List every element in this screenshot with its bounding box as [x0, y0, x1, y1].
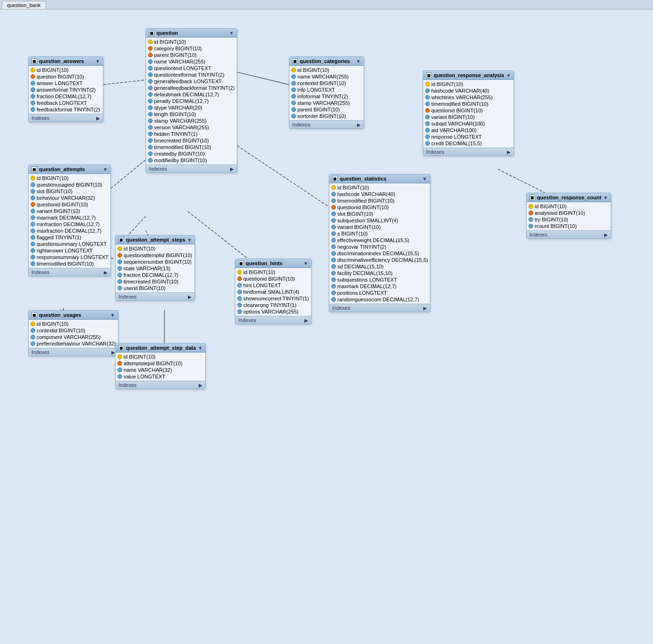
table-expand-question[interactable]: ▼ [229, 31, 234, 36]
field-icon-question_hints-6 [237, 309, 242, 314]
field-name-question_attempt_steps-5: timecreated BIGINT(10) [124, 279, 179, 284]
table-expand-question_attempt_steps[interactable]: ▼ [187, 237, 192, 243]
table-label-question_attempt_steps: question_attempt_steps [126, 237, 186, 243]
field-icon-question_attempts-0 [31, 176, 35, 181]
field-name-question_response_analysis-9: credit DECIMAL(15,5) [431, 141, 482, 146]
table-icon-question_hints: ▦ [238, 260, 244, 266]
table-expand-question_categories[interactable]: ▼ [356, 59, 361, 64]
field-row-question_attempt_steps-2: sequencenumber BIGINT(10) [116, 259, 194, 265]
table-header-question_attempts[interactable]: ▦question_attempts▼ [29, 165, 110, 174]
field-name-question_attempts-11: rightanswer LONGTEXT [37, 248, 93, 253]
field-row-question_attempt_step_data-2: name VARCHAR(32) [116, 367, 205, 373]
table-expand-question_response_count[interactable]: ▼ [603, 195, 608, 200]
table-footer-label-question_usages: Indexes [31, 349, 50, 355]
field-row-question_response_analysis-0: id BIGINT(10) [423, 81, 513, 87]
field-name-question_attempt_steps-6: userid BIGINT(10) [124, 285, 165, 291]
table-footer-question_answers[interactable]: Indexes▶ [29, 114, 103, 122]
table-icon-question_attempt_steps: ▦ [118, 237, 124, 243]
field-name-question_answers-6: feedbackformat TINYINT(2) [37, 107, 100, 112]
field-row-question_hints-0: id BIGINT(10) [235, 269, 311, 275]
table-header-question_response_analysis[interactable]: ▦question_response_analysis▼ [423, 71, 513, 80]
field-row-question_response_analysis-4: questionid BIGINT(10) [423, 107, 513, 114]
field-name-question_attempts-1: questionusageid BIGINT(10) [37, 182, 102, 188]
field-name-question_statistics-9: negcovar TINYINT(2) [337, 244, 386, 250]
field-icon-question_answers-3 [31, 87, 35, 92]
table-footer-question_response_analysis[interactable]: Indexes▶ [423, 148, 513, 156]
table-header-question_categories[interactable]: ▦question_categories▼ [289, 57, 364, 66]
field-icon-question-13 [148, 125, 153, 130]
table-expand-question_usages[interactable]: ▼ [110, 313, 115, 318]
tab-question-bank[interactable]: question_bank [2, 1, 46, 9]
table-expand-question_statistics[interactable]: ▼ [422, 176, 427, 181]
table-footer-label-question_attempt_steps: Indexes [118, 294, 137, 299]
field-row-question_statistics-2: timemodified BIGINT(10) [329, 197, 430, 204]
field-row-question-2: parent BIGINT(10) [146, 52, 237, 58]
table-footer-question[interactable]: Indexes▶ [146, 165, 237, 173]
field-row-question-14: hidden TINYINT(1) [146, 131, 237, 137]
field-row-question_response_count-2: try BIGINT(10) [527, 216, 611, 223]
table-footer-question_hints[interactable]: Indexes▶ [235, 316, 311, 324]
field-icon-question_attempt_step_data-3 [117, 374, 122, 379]
table-footer-question_statistics[interactable]: Indexes▶ [329, 304, 430, 312]
field-name-question_statistics-17: randomguessscore DECIMAL(12,7) [337, 297, 419, 302]
table-expand-question_hints[interactable]: ▼ [303, 261, 308, 266]
field-row-question_statistics-12: sd DECIMAL(15,10) [329, 263, 430, 270]
table-footer-arrow-question_response_analysis: ▶ [507, 149, 511, 155]
field-row-question_answers-6: feedbackformat TINYINT(2) [29, 106, 103, 113]
table-footer-question_attempt_step_data[interactable]: Indexes▶ [116, 381, 205, 389]
table-header-question_answers[interactable]: ▦question_answers▼ [29, 57, 103, 66]
table-header-question_attempt_step_data[interactable]: ▦question_attempt_step_data▼ [116, 344, 205, 353]
field-name-question_attempts-5: variant BIGINT(10) [37, 208, 80, 214]
field-icon-question-2 [148, 53, 153, 57]
field-row-question_statistics-7: s BIGINT(10) [329, 230, 430, 237]
table-header-question_response_count[interactable]: ▦question_response_count▼ [527, 193, 611, 202]
table-header-question[interactable]: ▦question▼ [146, 29, 237, 38]
table-footer-question_attempt_steps[interactable]: Indexes▶ [116, 292, 194, 300]
field-name-question_categories-1: name VARCHAR(255) [297, 74, 349, 79]
field-name-question_attempts-13: timemodified BIGINT(10) [37, 261, 94, 267]
table-fields-question_attempt_steps: id BIGINT(10)questionattemptid BIGINT(10… [116, 244, 194, 292]
field-row-question_attempts-12: responsesummary LONGTEXT [29, 254, 110, 260]
field-icon-question_response_analysis-2 [425, 95, 430, 100]
field-icon-question_categories-3 [291, 87, 296, 92]
field-icon-question_attempts-7 [31, 222, 35, 227]
field-row-question_attempt_steps-5: timecreated BIGINT(10) [116, 278, 194, 285]
field-name-question_hints-5: clearwrong TINYINT(1) [243, 302, 296, 308]
field-icon-question_statistics-13 [331, 271, 336, 275]
field-icon-question_attempts-4 [31, 202, 35, 207]
table-expand-question_attempts[interactable]: ▼ [103, 167, 108, 172]
field-name-question_hints-3: hintformat SMALLINT(4) [243, 289, 299, 295]
table-footer-question_response_count[interactable]: Indexes▶ [527, 230, 611, 238]
field-row-question-9: penalty DECIMAL(12,7) [146, 98, 237, 104]
field-name-question_categories-7: sortorder BIGINT(10) [297, 113, 346, 119]
field-icon-question_statistics-3 [331, 205, 336, 210]
field-row-question_hints-5: clearwrong TINYINT(1) [235, 302, 311, 308]
field-name-question_response_count-2: try BIGINT(10) [535, 217, 568, 222]
field-name-question-10: qtype VARCHAR(20) [154, 105, 202, 110]
table-header-question_hints[interactable]: ▦question_hints▼ [235, 259, 311, 268]
field-icon-question_categories-6 [291, 107, 296, 112]
field-name-question_attempts-10: questionsummary LONGTEXT [37, 241, 107, 247]
field-icon-question_response_analysis-1 [425, 88, 430, 93]
table-header-question_attempt_steps[interactable]: ▦question_attempt_steps▼ [116, 236, 194, 244]
field-name-question-1: category BIGINT(10) [154, 46, 202, 51]
table-expand-question_answers[interactable]: ▼ [95, 59, 100, 64]
table-question_categories: ▦question_categories▼id BIGINT(10)name V… [289, 56, 364, 129]
table-footer-question_categories[interactable]: Indexes▶ [289, 120, 364, 128]
field-name-question_statistics-2: timemodified BIGINT(10) [337, 198, 395, 204]
field-name-question_answers-4: fraction DECIMAL(12,7) [37, 94, 92, 99]
field-row-question_response_analysis-5: variant BIGINT(10) [423, 114, 513, 120]
table-expand-question_attempt_step_data[interactable]: ▼ [198, 346, 202, 351]
table-header-question_usages[interactable]: ▦question_usages▼ [29, 311, 118, 320]
table-footer-question_attempts[interactable]: Indexes▶ [29, 268, 110, 276]
table-footer-label-question_answers: Indexes [31, 115, 50, 121]
field-name-question_statistics-4: slot BIGINT(10) [337, 211, 373, 217]
field-name-question_attempt_steps-0: id BIGINT(10) [124, 246, 155, 251]
field-row-question-15: timecreated BIGINT(10) [146, 137, 237, 144]
field-row-question_statistics-8: effectiveweight DECIMAL(15,5) [329, 237, 430, 243]
table-header-question_statistics[interactable]: ▦question_statistics▼ [329, 174, 430, 183]
table-footer-question_usages[interactable]: Indexes▶ [29, 348, 118, 356]
field-row-question_attempts-4: questionid BIGINT(10) [29, 201, 110, 208]
field-name-question-4: questiontext LONGTEXT [154, 65, 211, 71]
table-expand-question_response_analysis[interactable]: ▼ [506, 73, 511, 78]
